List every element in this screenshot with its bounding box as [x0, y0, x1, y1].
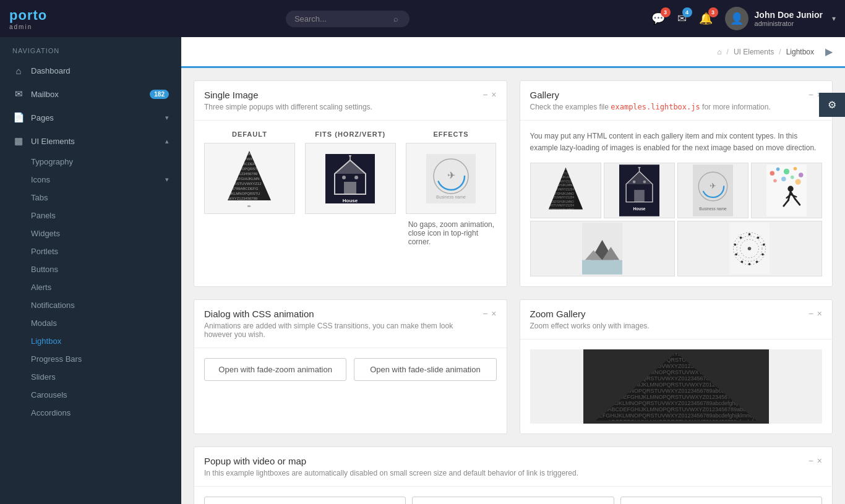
open-youtube-button[interactable]: Open YouTube [204, 497, 406, 504]
sidebar-item-portlets[interactable]: Portlets [31, 242, 181, 260]
popup-minimize-icon[interactable]: − [809, 456, 813, 466]
fade-slide-button[interactable]: Open with fade-slide animation [354, 358, 496, 381]
svg-point-90 [748, 263, 751, 266]
popup-video-body: Open YouTube Open Vimeo Open Google Maps [194, 487, 832, 504]
search-input[interactable] [294, 14, 393, 23]
gallery-thumb-1[interactable]: ABCDEFGHIJKLMNO PQRSTUVWXYZ1234 ABCDEFGH… [530, 163, 601, 218]
sidebar-item-widgets[interactable]: Widgets [31, 224, 181, 242]
mail-nav-icon: ✉ [12, 88, 25, 100]
gallery-subtitle-text: Check the examples file [530, 103, 609, 111]
search-box[interactable]: ⌕ [286, 11, 410, 27]
open-google-maps-button[interactable]: Open Google Maps [620, 497, 822, 504]
sidebar-item-mailbox[interactable]: ✉ Mailbox 182 [0, 82, 181, 106]
close-icon[interactable]: × [491, 90, 496, 100]
gallery-mountains-icon [582, 221, 622, 276]
sidebar-item-dashboard[interactable]: ⌂ Dashboard [0, 59, 181, 82]
fade-zoom-button[interactable]: Open with fade-zoom animation [204, 358, 346, 381]
svg-point-93 [734, 244, 737, 246]
ui-elements-icon: ▦ [12, 135, 25, 147]
chevron-right-icon: ▾ [165, 114, 169, 122]
zoom-gallery-body: ABCDEFGHIJKLMNOPQRSTUVWXYZ0123456789abcd… [520, 340, 833, 434]
breadcrumb-ui-elements-link[interactable]: UI Elements [734, 48, 774, 56]
default-col: DEFAULT ABCDEFGHIJKLMN OPQRSTUVWXYZ12 34… [204, 130, 295, 246]
sidebar-item-sliders[interactable]: Sliders [31, 368, 181, 386]
chevron-down-icon: ▾ [832, 14, 836, 23]
sidebar-item-alerts[interactable]: Alerts [31, 278, 181, 296]
sidebar-item-lightbox[interactable]: Lightbox [31, 332, 181, 350]
sidebar-item-ui-elements[interactable]: ▦ UI Elements ▴ [0, 129, 181, 153]
gallery-thumb-5[interactable] [530, 221, 675, 276]
user-info[interactable]: 👤 John Doe Junior administrator ▾ [725, 7, 836, 30]
mailbox-badge: 182 [150, 90, 169, 99]
sidebar-item-typography[interactable]: Typography [31, 153, 181, 171]
main-header: porto admin ⌕ 💬 3 ✉ 4 🔔 3 👤 John Doe Jun… [0, 0, 845, 37]
gallery-thumb-6[interactable] [677, 221, 822, 276]
sidebar-item-buttons[interactable]: Buttons [31, 260, 181, 278]
dialog-btn-grid: Open with fade-zoom animation Open with … [204, 358, 497, 381]
gallery-title: Gallery [530, 90, 771, 100]
popup-close-icon[interactable]: × [817, 456, 822, 466]
mail-icon-btn[interactable]: ✉ 4 [674, 9, 690, 28]
gallery-minimize-icon[interactable]: − [809, 90, 813, 100]
breadcrumb-home-link[interactable]: ⌂ [717, 48, 721, 56]
effects-description: No gaps, zoom animation, close icon in t… [406, 220, 497, 246]
gallery-runner-icon [766, 163, 807, 218]
sidebar-item-label: Mailbox [31, 90, 144, 99]
sidebar-item-notifications[interactable]: Notifications [31, 296, 181, 314]
effects-thumbnail[interactable]: Business name ✈ [406, 143, 497, 214]
pages-icon: 📄 [12, 112, 25, 123]
zoom-gallery-subtitle: Zoom effect works only with images. [530, 322, 650, 330]
fits-thumbnail[interactable]: House [305, 143, 396, 214]
popup-btn-grid: Open YouTube Open Vimeo Open Google Maps [204, 497, 822, 504]
sidebar-item-pages[interactable]: 📄 Pages ▾ [0, 106, 181, 129]
svg-text:House: House [343, 198, 358, 203]
svg-text:Business name: Business name [699, 207, 727, 211]
gallery-thumb-2[interactable]: House [604, 163, 675, 218]
gallery-thumb-4[interactable] [751, 163, 822, 218]
default-thumbnail[interactable]: ABCDEFGHIJKLMN OPQRSTUVWXYZ12 3456789ABC… [204, 143, 295, 214]
gallery-thumb-3[interactable]: ✈ Business name [677, 163, 748, 218]
triangle-dark-svg: ABCDEFGHIJKLMN OPQRSTUVWXYZ12 3456789ABC… [225, 148, 274, 210]
dialog-css-controls: − × [483, 309, 496, 318]
svg-point-95 [748, 247, 752, 251]
zoom-gallery-minimize-icon[interactable]: − [809, 309, 813, 318]
avatar: 👤 [725, 7, 748, 30]
svg-point-62 [784, 169, 789, 174]
sidebar-item-icons[interactable]: Icons ▾ [31, 171, 181, 189]
messages-icon-btn[interactable]: 💬 3 [648, 9, 668, 28]
logo[interactable]: porto admin [9, 7, 47, 30]
svg-text:✈: ✈ [710, 182, 716, 191]
open-vimeo-button[interactable]: Open Vimeo [412, 497, 614, 504]
svg-point-64 [799, 173, 803, 177]
breadcrumb: ⌂ / UI Elements / Lightbox ▶ [717, 46, 833, 58]
single-image-title: Single Image [204, 90, 372, 100]
svg-point-22 [354, 176, 358, 179]
gallery-dots-circle-icon [729, 221, 770, 276]
settings-button[interactable]: ⚙ [819, 93, 845, 117]
sidebar-item-progress-bars[interactable]: Progress Bars [31, 350, 181, 368]
breadcrumb-sep-2: / [779, 48, 781, 56]
gallery-subtitle-end: for more information. [702, 103, 771, 111]
minimize-icon[interactable]: − [483, 90, 487, 100]
sidebar-item-label: Pages [31, 113, 159, 122]
page-header-collapse-icon[interactable]: ▶ [825, 46, 833, 58]
sidebar-item-accordions[interactable]: Accordions [31, 404, 181, 422]
bell-icon-btn[interactable]: 🔔 3 [696, 9, 716, 28]
single-image-body: DEFAULT ABCDEFGHIJKLMN OPQRSTUVWXYZ12 34… [194, 121, 507, 256]
svg-point-60 [770, 171, 774, 176]
settings-gear-icon: ⚙ [828, 100, 836, 110]
svg-point-85 [748, 233, 751, 236]
house-svg: House [325, 154, 375, 203]
dialog-close-icon[interactable]: × [491, 309, 496, 318]
sidebar-item-tabs[interactable]: Tabs [31, 189, 181, 207]
svg-text:House: House [633, 207, 645, 211]
sidebar-item-modals[interactable]: Modals [31, 314, 181, 332]
sidebar-item-panels[interactable]: Panels [31, 207, 181, 224]
sidebar-item-carousels[interactable]: Carousels [31, 386, 181, 404]
zoom-gallery-close-icon[interactable]: × [817, 309, 822, 318]
mail-badge: 4 [682, 7, 692, 17]
svg-point-94 [740, 237, 742, 239]
gallery-triangle-icon: ABCDEFGHIJKLMNO PQRSTUVWXYZ1234 ABCDEFGH… [546, 163, 586, 218]
zoom-gallery-preview[interactable]: ABCDEFGHIJKLMNOPQRSTUVWXYZ0123456789abcd… [530, 349, 823, 424]
dialog-minimize-icon[interactable]: − [483, 309, 487, 318]
